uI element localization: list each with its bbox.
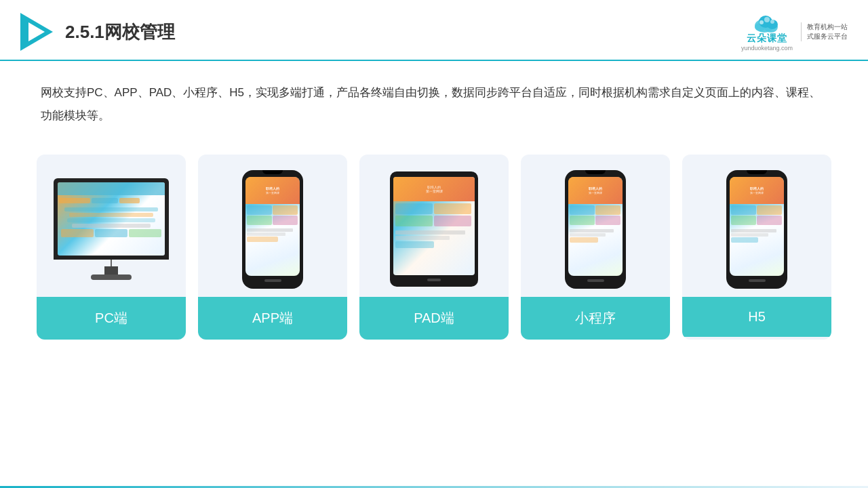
phone-mockup-miniapp: 职培人的 第一堂网课: [565, 170, 626, 289]
cards-container: PC端 职培人的 第一堂网课: [0, 134, 868, 360]
phone-notch-h5: [747, 170, 767, 174]
monitor-neck: [104, 266, 118, 274]
pc-mockup: [54, 178, 169, 280]
card-app: 职培人的 第一堂网课: [198, 155, 347, 340]
monitor-stand: [111, 260, 112, 266]
cloud-logo: 云朵课堂 yunduoketang.com: [741, 12, 793, 52]
phone-screen-app: 职培人的 第一堂网课: [245, 177, 300, 276]
top-logo: 云朵课堂 yunduoketang.com 教育机构一站 式服务云平台: [741, 12, 848, 52]
phone-button-miniapp: [587, 279, 604, 282]
monitor-screen: [58, 182, 165, 256]
phone-notch-miniapp: [585, 170, 606, 174]
pad-image-area: 职培人的 第一堂网课: [359, 155, 509, 297]
phone-notch: [262, 170, 283, 174]
page-title: 2.5.1网校管理: [65, 20, 175, 44]
miniapp-image-area: 职培人的 第一堂网课: [521, 155, 670, 297]
phone-mockup-app: 职培人的 第一堂网课: [242, 170, 303, 289]
svg-point-6: [764, 17, 770, 22]
tablet-screen: 职培人的 第一堂网课: [393, 177, 475, 275]
pad-label: PAD端: [359, 297, 509, 340]
title-number: 2.5.1网校管理: [65, 22, 175, 42]
cloud-icon: [751, 12, 783, 33]
phone-screen-miniapp: 职培人的 第一堂网课: [568, 177, 623, 276]
h5-image-area: 职培人的 第一堂网课: [682, 155, 831, 297]
description-text: 网校支持PC、APP、PAD、小程序、H5，实现多端打通，产品各终端自由切换，数…: [0, 61, 868, 134]
phone-screen-h5: 职培人的 第一堂网课: [730, 177, 784, 276]
logo-name-en: yunduoketang.com: [741, 45, 793, 52]
phone-mockup-h5: 职培人的 第一堂网课: [726, 170, 787, 289]
miniapp-label: 小程序: [521, 297, 670, 340]
pc-image-area: [37, 155, 186, 297]
monitor-frame: [54, 178, 169, 260]
header-left: 2.5.1网校管理: [20, 13, 175, 51]
svg-point-7: [770, 20, 774, 24]
monitor-base: [91, 274, 132, 280]
card-h5: 职培人的 第一堂网课: [682, 155, 831, 340]
card-pc: PC端: [37, 155, 186, 340]
h5-label: H5: [682, 297, 831, 337]
card-miniapp: 职培人的 第一堂网课: [521, 155, 670, 340]
card-pad: 职培人的 第一堂网课: [359, 155, 509, 340]
app-image-area: 职培人的 第一堂网课: [198, 155, 347, 297]
phone-button-app: [264, 279, 281, 282]
app-label: APP端: [198, 297, 347, 340]
tablet-button: [427, 279, 441, 281]
logo-name-cn: 云朵课堂: [747, 33, 787, 45]
page-header: 2.5.1网校管理 云朵课堂 yunduoketang.co: [0, 0, 868, 61]
phone-button-h5: [749, 279, 766, 282]
brand-triangle-icon: [20, 13, 53, 51]
svg-point-5: [760, 20, 764, 24]
tablet-mockup: 职培人的 第一堂网课: [390, 171, 478, 287]
pc-label: PC端: [37, 297, 186, 340]
logo-slogan: 教育机构一站 式服务云平台: [801, 22, 848, 41]
